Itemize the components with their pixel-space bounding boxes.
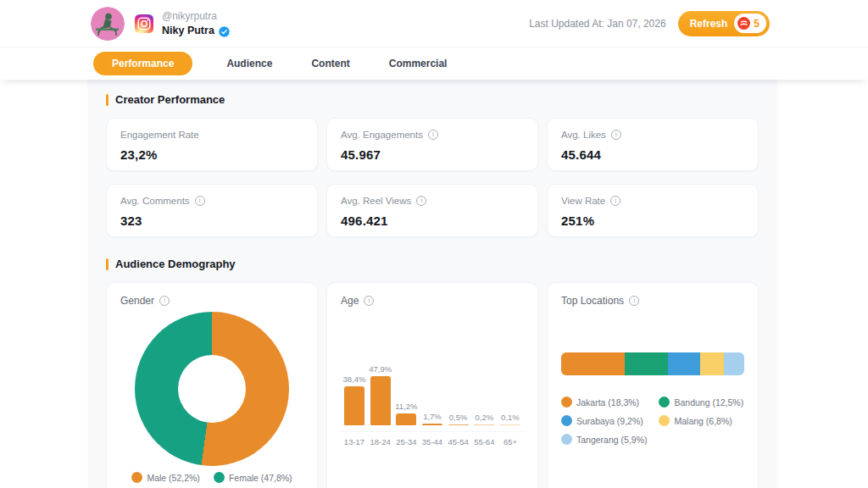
age-categories: 13-1718-2425-3435-4445-5455-6465+ xyxy=(341,431,524,446)
legend-item: Surabaya (9,2%) xyxy=(561,415,647,426)
info-icon[interactable]: i xyxy=(610,196,620,206)
section-title-text: Audience Demography xyxy=(115,258,236,270)
tab-commercial[interactable]: Commercial xyxy=(384,58,453,69)
metric-label: Avg. Engagements xyxy=(341,130,423,140)
metric-label: Avg. Comments xyxy=(120,196,190,206)
metric-card-avg-comments: Avg. Comments i 323 xyxy=(106,184,318,237)
legend-label: Female (47,8%) xyxy=(229,473,292,483)
age-category-label: 18-24 xyxy=(369,437,392,446)
metric-label: Engagement Rate xyxy=(120,130,199,140)
credits-count: 5 xyxy=(754,18,760,30)
age-bar-column: 11,2% xyxy=(394,402,418,425)
locations-chart-card: Top Locations i Jakarta (18,3%)Bandung (… xyxy=(547,282,759,488)
profile-name-row: Niky Putra xyxy=(162,25,230,36)
section-marker xyxy=(106,94,108,106)
bar-value-label: 0,2% xyxy=(475,413,493,422)
age-category-label: 25-34 xyxy=(394,437,418,446)
credits-pill: 5 xyxy=(734,14,766,33)
legend-label: Bandung (12,5%) xyxy=(674,397,743,408)
age-category-label: 55-64 xyxy=(472,437,496,446)
age-bar xyxy=(500,424,520,425)
age-bar xyxy=(344,386,364,425)
profile-text: @nikyrputra Niky Putra xyxy=(162,10,230,36)
age-bar-column: 1,7% xyxy=(420,412,444,425)
age-bar-column: 0,5% xyxy=(447,413,470,425)
avatar xyxy=(91,7,125,41)
metric-label: Avg. Likes xyxy=(561,130,606,140)
stacked-bar-segment xyxy=(668,352,700,375)
metric-value: 496.421 xyxy=(341,214,524,228)
age-bar-column: 0,1% xyxy=(498,413,522,425)
metric-card-engagement-rate: Engagement Rate 23,2% xyxy=(106,118,318,171)
age-bar xyxy=(448,424,469,425)
age-chart-card: Age i 38,4%47,9%11,2%1,7%0,5%0,2%0,1% 13… xyxy=(326,282,538,488)
info-icon[interactable]: i xyxy=(195,196,205,206)
instagram-icon xyxy=(135,14,153,33)
legend-item: Tangerang (5,9%) xyxy=(561,434,647,445)
bar-value-label: 47,9% xyxy=(369,364,392,374)
info-icon[interactable]: i xyxy=(611,130,621,140)
tab-audience[interactable]: Audience xyxy=(221,58,277,69)
age-bar xyxy=(474,424,494,425)
metric-label: View Rate xyxy=(561,196,605,206)
metric-value: 323 xyxy=(120,214,303,228)
content-panel: Creator Performance Engagement Rate 23,2… xyxy=(87,80,777,488)
info-icon[interactable]: i xyxy=(364,296,374,306)
metric-card-avg-reel-views: Avg. Reel Views i 496.421 xyxy=(326,184,538,237)
info-icon[interactable]: i xyxy=(629,296,639,306)
age-bar xyxy=(396,413,416,425)
section-creator-performance: Creator Performance xyxy=(106,93,759,106)
legend-label: Surabaya (9,2%) xyxy=(576,416,643,426)
chart-title: Age xyxy=(341,295,359,307)
legend-item: Bandung (12,5%) xyxy=(659,396,743,408)
charts-grid: Gender i Male (52,2%)Female (47,8%) Age … xyxy=(106,282,759,488)
tab-content[interactable]: Content xyxy=(306,58,354,69)
metric-label: Avg. Reel Views xyxy=(341,196,411,206)
legend-dot xyxy=(131,472,142,483)
tab-bar: Performance Audience Content Commercial xyxy=(0,47,868,80)
bar-value-label: 1,7% xyxy=(423,412,442,421)
stacked-bar-segment xyxy=(724,352,744,375)
chart-title: Gender xyxy=(120,295,154,307)
metric-value: 251% xyxy=(561,214,744,228)
refresh-button-label: Refresh xyxy=(690,18,728,30)
verified-badge-icon xyxy=(219,25,230,36)
info-icon[interactable]: i xyxy=(159,296,170,306)
age-bar-chart: 38,4%47,9%11,2%1,7%0,5%0,2%0,1% xyxy=(341,330,524,425)
legend-dot xyxy=(659,415,670,426)
metric-card-avg-engagements: Avg. Engagements i 45.967 xyxy=(326,118,538,171)
coin-icon xyxy=(737,17,750,30)
profile-name: Niky Putra xyxy=(162,25,214,36)
stacked-bar-segment xyxy=(625,352,668,375)
stacked-bar-segment xyxy=(561,352,625,375)
age-bar xyxy=(370,376,391,425)
main-area: Creator Performance Engagement Rate 23,2… xyxy=(0,80,868,488)
legend-item: Female (47,8%) xyxy=(214,472,292,483)
age-bar xyxy=(422,424,442,425)
legend-label: Jakarta (18,3%) xyxy=(576,397,639,408)
gender-donut-chart xyxy=(135,312,289,466)
legend-item: Jakarta (18,3%) xyxy=(561,396,647,408)
bar-value-label: 11,2% xyxy=(395,402,417,411)
header-right: Last Updated At: Jan 07, 2026 Refresh 5 xyxy=(529,11,770,36)
header: @nikyrputra Niky Putra Last Updated At: … xyxy=(0,0,868,47)
legend-item: Male (52,2%) xyxy=(131,472,199,483)
tab-performance[interactable]: Performance xyxy=(93,52,192,75)
stacked-bar-segment xyxy=(700,352,724,375)
metric-value: 45.644 xyxy=(561,147,744,162)
legend-dot xyxy=(561,434,572,445)
info-icon[interactable]: i xyxy=(416,196,426,206)
gender-legend: Male (52,2%)Female (47,8%) xyxy=(120,472,303,483)
bar-value-label: 0,5% xyxy=(449,413,468,422)
legend-dot xyxy=(561,415,572,426)
info-icon[interactable]: i xyxy=(428,130,438,140)
last-updated-text: Last Updated At: Jan 07, 2026 xyxy=(529,18,665,30)
legend-dot xyxy=(659,396,670,408)
legend-dot xyxy=(214,472,225,483)
refresh-button[interactable]: Refresh 5 xyxy=(678,11,770,36)
metric-value: 23,2% xyxy=(120,147,303,162)
locations-stacked-bar xyxy=(561,352,744,375)
legend-label: Malang (6,8%) xyxy=(674,416,732,426)
bar-value-label: 38,4% xyxy=(343,374,366,384)
bar-value-label: 0,1% xyxy=(501,413,520,422)
